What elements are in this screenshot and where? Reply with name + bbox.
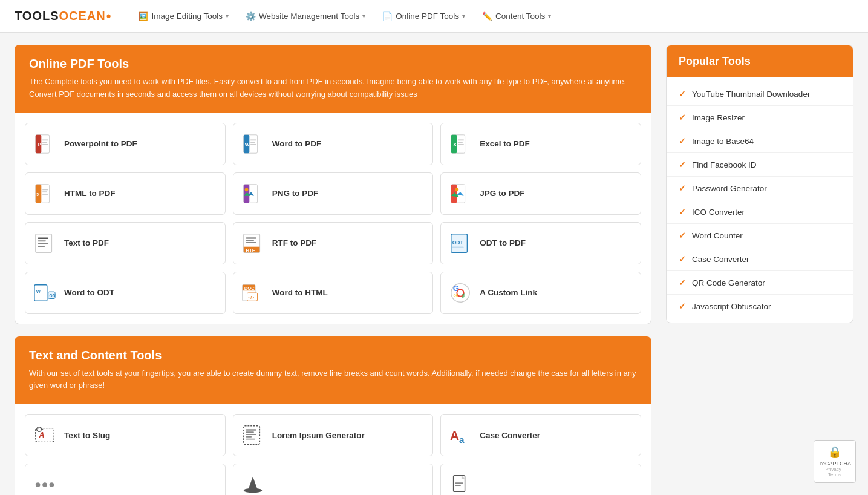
sidebar-item-case-converter[interactable]: ✓ Case Converter [667, 248, 853, 271]
sidebar-item-ico-converter[interactable]: ✓ ICO Converter [667, 200, 853, 224]
tool-card-html-to-pdf[interactable]: 5 HTML to PDF [25, 172, 226, 215]
tool-card-odt-to-pdf[interactable]: ODT ODT to PDF [440, 222, 641, 264]
nav-content-tools[interactable]: ✏️ Content Tools ▾ [475, 8, 558, 25]
tool-card-word-to-html[interactable]: DOC </> Word to HTML [233, 272, 434, 314]
sidebar-item-js-label: Javascript Obfuscator [692, 302, 771, 311]
brand-logo[interactable]: TOOLS OCEAN • [15, 8, 111, 24]
svg-rect-76 [455, 485, 462, 486]
svg-rect-34 [38, 246, 45, 247]
sidebar-item-image-resizer[interactable]: ✓ Image Resizer [667, 106, 853, 129]
nav-items: 🖼️ Image Editing Tools ▾ ⚙️ Website Mana… [131, 8, 558, 25]
svg-rect-75 [455, 482, 463, 484]
word-to-odt-label: Word to ODT [64, 288, 114, 297]
html-to-pdf-label: HTML to PDF [64, 189, 116, 198]
sidebar-item-youtube-thumbnail[interactable]: ✓ YouTube Thumbnail Downloader [667, 82, 853, 106]
check-icon-resizer: ✓ [679, 113, 686, 122]
tool-card-placeholder-2[interactable] [233, 464, 434, 495]
svg-text:P: P [38, 140, 42, 147]
tool-card-text-to-pdf[interactable]: Text to PDF [25, 222, 226, 264]
sidebar-item-javascript-obfuscator[interactable]: ✓ Javascript Obfuscator [667, 295, 853, 318]
svg-rect-43 [452, 246, 464, 248]
odt-to-pdf-label: ODT to PDF [480, 238, 526, 248]
word-to-html-label: Word to HTML [272, 288, 328, 297]
tool-card-placeholder-1[interactable] [25, 464, 226, 495]
text-pdf-icon [33, 231, 57, 255]
tool-card-custom-link[interactable]: G oo gl A Custom Link [440, 272, 641, 314]
svg-rect-58 [36, 428, 54, 442]
check-icon-ico: ✓ [679, 207, 686, 217]
brand-ocean: OCEAN [59, 9, 106, 23]
nav-website-management[interactable]: ⚙️ Website Management Tools ▾ [238, 8, 373, 25]
image-editing-icon: 🖼️ [138, 11, 148, 21]
svg-rect-31 [38, 237, 48, 238]
word-html-icon: DOC </> [241, 281, 265, 305]
png-icon [241, 182, 265, 206]
tool-card-jpg-to-pdf[interactable]: JPG to PDF [440, 172, 641, 215]
slug-icon: A [33, 423, 57, 447]
word-to-pdf-label: Word to PDF [272, 139, 322, 148]
lorem-ipsum-icon [241, 423, 265, 447]
website-management-icon: ⚙️ [246, 11, 256, 21]
custom-link-label: A Custom Link [480, 288, 537, 297]
pdf-tool-grid-wrapper: P Powerpoint to PDF [15, 113, 651, 324]
svg-rect-16 [458, 142, 463, 143]
nav-online-pdf[interactable]: 📄 Online PDF Tools ▾ [375, 8, 472, 25]
sidebar-popular: Popular Tools ✓ YouTube Thumbnail Downlo… [666, 45, 853, 323]
svg-text:W: W [244, 141, 250, 147]
svg-rect-65 [246, 434, 256, 435]
jpg-icon [448, 182, 472, 206]
nav-pdf-chevron: ▾ [462, 13, 465, 19]
svg-rect-4 [42, 142, 47, 143]
brand-dot: • [106, 8, 112, 24]
tool-card-placeholder-3[interactable] [440, 464, 641, 495]
sidebar-item-image-to-base64[interactable]: ✓ Image to Base64 [667, 129, 853, 153]
sidebar-item-base64-label: Image to Base64 [692, 137, 754, 146]
sidebar-item-word-counter[interactable]: ✓ Word Counter [667, 224, 853, 248]
svg-rect-10 [250, 142, 255, 143]
svg-rect-64 [246, 431, 253, 433]
tool-card-ppt-to-pdf[interactable]: P Powerpoint to PDF [25, 123, 226, 165]
tool-card-rtf-to-pdf[interactable]: RTF RTF to PDF [233, 222, 434, 264]
svg-rect-32 [38, 240, 46, 241]
tool-card-case-converter[interactable]: A a Case Converter [440, 414, 641, 456]
sidebar-item-password-generator[interactable]: ✓ Password Generator [667, 177, 853, 200]
jpg-to-pdf-label: JPG to PDF [480, 189, 524, 198]
svg-rect-66 [246, 436, 252, 438]
tool-card-text-to-slug[interactable]: A Text to Slug [25, 414, 226, 456]
tool-card-word-to-odt[interactable]: W ODT Word to ODT [25, 272, 226, 314]
custom-link-icon: G oo gl [448, 281, 472, 305]
check-icon-case: ✓ [679, 254, 686, 264]
sidebar-item-find-facebook-id[interactable]: ✓ Find Facebook ID [667, 153, 853, 177]
pdf-section-description: The Complete tools you need to work with… [29, 76, 637, 101]
svg-text:</>: </> [248, 295, 254, 299]
svg-text:ODT: ODT [452, 239, 464, 245]
svg-rect-39 [246, 240, 253, 241]
check-icon-qr: ✓ [679, 278, 686, 287]
nav-content-chevron: ▾ [548, 13, 551, 19]
excel-icon: X [448, 132, 472, 156]
svg-point-26 [244, 188, 248, 191]
nav-image-editing[interactable]: 🖼️ Image Editing Tools ▾ [131, 8, 236, 25]
nav-image-editing-chevron: ▾ [226, 13, 229, 19]
sidebar-item-qr-code-generator[interactable]: ✓ QR Code Generator [667, 271, 853, 295]
ppt-icon: P [33, 132, 57, 156]
svg-point-70 [36, 482, 41, 487]
tool-card-png-to-pdf[interactable]: PNG to PDF [233, 172, 434, 215]
tool-card-excel-to-pdf[interactable]: X Excel to PDF [440, 123, 641, 165]
text-to-pdf-label: Text to PDF [64, 238, 109, 248]
html-icon: 5 [33, 182, 57, 206]
svg-point-72 [50, 482, 54, 487]
text-tool-grid-wrapper: A Text to Slug [15, 404, 651, 495]
main-content: Online PDF Tools The Complete tools you … [15, 45, 651, 495]
excel-to-pdf-label: Excel to PDF [480, 139, 530, 148]
recaptcha-text: reCAPTCHA [820, 461, 849, 467]
tool-card-lorem-ipsum[interactable]: Lorem Ipsum Generator [233, 414, 434, 456]
pdf-tool-grid: P Powerpoint to PDF [25, 123, 641, 314]
file-icon [448, 473, 472, 495]
content-tools-icon: ✏️ [482, 11, 492, 21]
tool-card-word-to-pdf[interactable]: W Word to PDF [233, 123, 434, 165]
text-section: Text and Content Tools With our set of t… [15, 336, 651, 495]
svg-rect-38 [246, 237, 256, 238]
svg-text:W: W [36, 289, 41, 294]
hat-icon [241, 473, 265, 495]
